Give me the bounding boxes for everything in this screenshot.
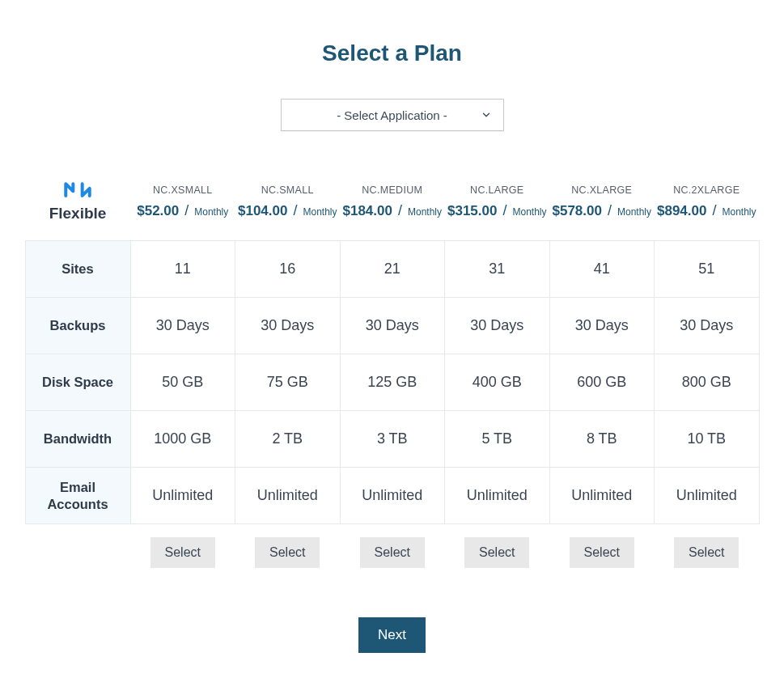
cell-value: 5 TB — [445, 411, 550, 468]
page-title: Select a Plan — [24, 40, 760, 66]
plan-group-label: Flexible — [49, 205, 107, 222]
cell-value: 31 — [445, 241, 550, 298]
plan-price: $104.00 / Monthly — [237, 202, 339, 219]
plan-name: NC.LARGE — [447, 184, 549, 196]
cell-value: 30 Days — [340, 298, 445, 354]
select-plan-button[interactable]: Select — [464, 537, 529, 568]
plan-name: NC.2XLARGE — [656, 184, 758, 196]
plan-price: $315.00 / Monthly — [447, 202, 549, 219]
plan-name: NC.XLARGE — [551, 184, 653, 196]
cell-value: 125 GB — [340, 354, 445, 411]
row-label-backups: Backups — [25, 298, 130, 354]
row-label-bandwidth: Bandwidth — [25, 411, 130, 468]
select-plan-button[interactable]: Select — [255, 537, 320, 568]
cell-value: 51 — [655, 241, 760, 298]
application-select-placeholder: - Select Application - — [337, 108, 447, 122]
cell-value: 16 — [235, 241, 341, 298]
plan-price: $894.00 / Monthly — [656, 202, 758, 219]
next-button[interactable]: Next — [358, 617, 426, 653]
plan-price: $184.00 / Monthly — [341, 202, 443, 219]
cell-value: Unlimited — [130, 468, 235, 524]
cell-value: Unlimited — [340, 468, 445, 524]
cell-value: 30 Days — [130, 298, 235, 354]
plan-price: $52.00 / Monthly — [132, 202, 234, 219]
cell-value: 30 Days — [549, 298, 655, 354]
cell-value: 8 TB — [549, 411, 655, 468]
cell-value: 400 GB — [445, 354, 550, 411]
pricing-table: Flexible NC.XSMALL $52.00 / Monthly NC.S… — [25, 176, 760, 569]
cell-value: 21 — [340, 241, 445, 298]
cell-value: 11 — [130, 241, 235, 298]
cell-value: 3 TB — [340, 411, 445, 468]
cell-value: 10 TB — [655, 411, 760, 468]
select-plan-button[interactable]: Select — [360, 537, 425, 568]
cell-value: 50 GB — [130, 354, 235, 411]
cell-value: 30 Days — [235, 298, 341, 354]
row-label-sites: Sites — [25, 241, 130, 298]
brand-logo-icon — [64, 180, 91, 198]
application-select[interactable]: - Select Application - — [281, 99, 504, 131]
cell-value: Unlimited — [549, 468, 655, 524]
cell-value: Unlimited — [445, 468, 550, 524]
row-label-email-accounts: Email Accounts — [25, 468, 130, 524]
cell-value: 30 Days — [655, 298, 760, 354]
cell-value: 800 GB — [655, 354, 760, 411]
cell-value: 41 — [549, 241, 655, 298]
plan-price: $578.00 / Monthly — [551, 202, 653, 219]
plan-name: NC.SMALL — [237, 184, 339, 196]
cell-value: Unlimited — [235, 468, 341, 524]
chevron-down-icon — [481, 109, 492, 121]
cell-value: Unlimited — [655, 468, 760, 524]
row-label-disk-space: Disk Space — [25, 354, 130, 411]
cell-value: 1000 GB — [130, 411, 235, 468]
plan-name: NC.MEDIUM — [341, 184, 443, 196]
select-plan-button[interactable]: Select — [674, 537, 739, 568]
select-plan-button[interactable]: Select — [570, 537, 634, 568]
cell-value: 30 Days — [445, 298, 550, 354]
select-plan-button[interactable]: Select — [150, 537, 215, 568]
plan-name: NC.XSMALL — [132, 184, 234, 196]
cell-value: 75 GB — [235, 354, 341, 411]
cell-value: 600 GB — [549, 354, 655, 411]
cell-value: 2 TB — [235, 411, 341, 468]
